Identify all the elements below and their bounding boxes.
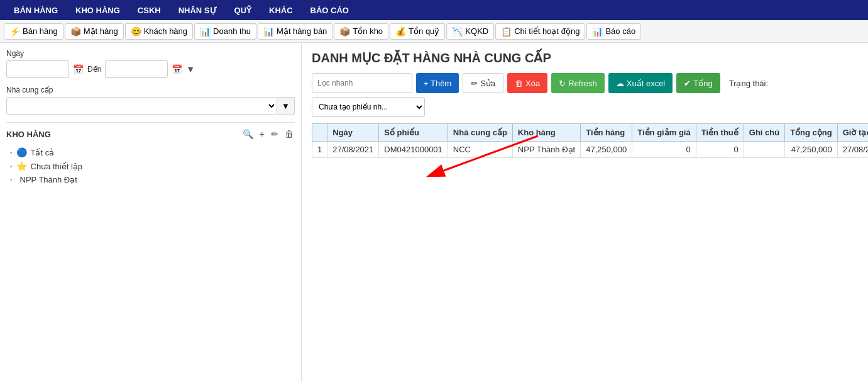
date-row: 📅 Đến 📅 ▼ [6, 60, 295, 78]
den-label: Đến [87, 65, 101, 74]
xoa-button[interactable]: 🗑 Xóa [507, 73, 547, 93]
them-button[interactable]: + Thêm [416, 73, 459, 93]
chart-icon: 📊 [200, 26, 211, 37]
smiley-icon: 😊 [131, 26, 141, 37]
trang-thai-select[interactable]: Chưa tạo phiếu nh... [312, 97, 425, 117]
cell-kho-hang: NPP Thành Đạt [512, 142, 580, 158]
toolbar-khach-hang-label: Khách hàng [144, 26, 187, 36]
cell-ghi-chu [744, 142, 784, 158]
table-body: 1 27/08/2021 DM0421000001 NCC NPP Thành … [312, 142, 869, 158]
toolbar: ⚡ Bán hàng 📦 Mặt hàng 😊 Khách hàng 📊 Doa… [0, 20, 868, 43]
kho-delete-btn[interactable]: 🗑 [283, 128, 295, 140]
nav-cskh[interactable]: CSKH [129, 0, 170, 20]
toolbar-ton-kho-label: Tồn kho [353, 26, 383, 36]
cell-gio-tao: 27/08/2021 09:43 [837, 142, 868, 158]
col-header-kho-hang: Kho hàng [512, 124, 580, 142]
supplier-select[interactable] [6, 97, 277, 115]
col-header-ngay: Ngày [327, 124, 379, 142]
date-from-input[interactable] [6, 60, 69, 78]
table-container: Ngày Số phiếu Nhà cung cấp Kho hàng Tiền… [312, 123, 858, 158]
refresh-button[interactable]: ↻ Refresh [551, 73, 605, 93]
toolbar-khach-hang[interactable]: 😊 Khách hàng [125, 23, 193, 40]
tree-dot-2: • [10, 163, 13, 170]
cloud-icon: ☁ [616, 79, 624, 88]
trash-icon: 🗑 [515, 79, 523, 88]
xoa-label: Xóa [525, 79, 540, 88]
date-to-input[interactable] [105, 60, 168, 78]
toolbar-mat-hang[interactable]: 📦 Mặt hàng [65, 23, 124, 40]
sua-label: Sửa [480, 79, 495, 88]
calendar-to-icon[interactable]: 📅 [172, 64, 182, 74]
toolbar-bao-cao[interactable]: 📊 Báo cáo [586, 23, 641, 40]
nav-bao-cao[interactable]: BÁO CÁO [302, 0, 358, 20]
toolbar-mat-hang-ban[interactable]: 📊 Mặt hàng bán [258, 23, 332, 40]
refresh-icon: ↻ [559, 79, 566, 88]
kho-hang-header: KHO HÀNG 🔍 + ✏ 🗑 [6, 122, 295, 140]
toolbar-bao-cao-label: Báo cáo [605, 26, 635, 36]
pencil-icon: ✏ [471, 79, 478, 88]
graph-icon: 📉 [452, 26, 463, 37]
col-header-nha-cung-cap: Nhà cung cấp [448, 124, 512, 142]
top-navigation: BÁN HÀNG KHO HÀNG CSKH NHÂN SỰ QUỸ KHÁC … [0, 0, 868, 20]
toolbar-kqkd-label: KQKD [465, 26, 488, 36]
toolbar-mat-hang-ban-label: Mặt hàng bán [277, 26, 327, 36]
filter-input[interactable] [312, 73, 412, 93]
tong-button[interactable]: ✔ Tổng [676, 73, 720, 93]
col-header-tong-cong: Tổng cộng [785, 124, 838, 142]
toolbar-ton-quy[interactable]: 💰 Tồn quỹ [390, 23, 445, 40]
calendar-from-icon[interactable]: 📅 [73, 64, 84, 74]
col-header-tien-giam-gia: Tiền giảm giá [632, 124, 696, 142]
col-header-ghi-chu: Ghi chú [744, 124, 784, 142]
cell-tien-giam-gia: 0 [632, 142, 696, 158]
refresh-label: Refresh [568, 79, 597, 88]
xuat-excel-button[interactable]: ☁ Xuất excel [608, 73, 673, 93]
tree-item-npp-thanh-dat[interactable]: • NPP Thành Đạt [6, 173, 295, 186]
cell-so-phieu: DM0421000001 [379, 142, 448, 158]
col-header-num [312, 124, 327, 142]
nav-quy[interactable]: QUỸ [226, 0, 261, 20]
data-table: Ngày Số phiếu Nhà cung cấp Kho hàng Tiền… [312, 123, 868, 158]
toolbar-doanh-thu[interactable]: 📊 Doanh thu [194, 23, 256, 40]
kho-hang-title: KHO HÀNG [6, 130, 51, 139]
toolbar-kqkd[interactable]: 📉 KQKD [446, 23, 494, 40]
toolbar-doanh-thu-label: Doanh thu [213, 26, 251, 36]
kho-edit-btn[interactable]: ✏ [270, 128, 280, 140]
toolbar-mat-hang-label: Mặt hàng [84, 26, 118, 36]
report-icon: 📊 [592, 26, 603, 37]
content-area: DANH MỤC ĐẶT HÀNG NHÀ CUNG CẤP + Thêm ✏ … [302, 43, 868, 382]
supplier-dropdown-btn[interactable]: ▼ [277, 97, 295, 115]
table-row[interactable]: 1 27/08/2021 DM0421000001 NCC NPP Thành … [312, 142, 869, 158]
nav-nhan-su[interactable]: NHÂN SỰ [170, 0, 226, 20]
trang-thai-label: Trạng thái: [729, 79, 768, 88]
kho-search-btn[interactable]: 🔍 [241, 128, 255, 140]
col-header-tien-hang: Tiền hàng [581, 124, 632, 142]
tree-item-tat-ca[interactable]: • 🔵 Tất cả [6, 145, 295, 159]
toolbar-ban-hang-label: Bán hàng [23, 26, 58, 36]
tree-chua-thiet-lap-label: Chưa thiết lập [31, 162, 83, 171]
toolbar-chi-tiet[interactable]: 📋 Chi tiết hoạt động [495, 23, 585, 40]
date-arrow-btn[interactable]: ▼ [186, 64, 195, 74]
col-header-tien-thue: Tiền thuế [696, 124, 744, 142]
tree-dot-1: • [10, 149, 13, 156]
toolbar-ban-hang[interactable]: ⚡ Bán hàng [4, 23, 63, 40]
nav-kho-hang[interactable]: KHO HÀNG [67, 0, 129, 20]
supplier-select-row: ▼ [6, 97, 295, 115]
col-header-so-phieu: Số phiếu [379, 124, 448, 142]
nav-khac[interactable]: KHÁC [260, 0, 302, 20]
action-bar: + Thêm ✏ Sửa 🗑 Xóa ↻ Refresh ☁ Xuất exce… [312, 73, 858, 117]
xuat-excel-label: Xuất excel [627, 79, 665, 88]
toolbar-ton-kho[interactable]: 📦 Tồn kho [334, 23, 388, 40]
cell-tong-cong: 47,250,000 [785, 142, 838, 158]
page-title: DANH MỤC ĐẶT HÀNG NHÀ CUNG CẤP [312, 50, 858, 65]
tree-dot-3: • [10, 176, 13, 183]
cell-num: 1 [312, 142, 327, 158]
tong-label: Tổng [693, 79, 712, 88]
nav-ban-hang[interactable]: BÁN HÀNG [5, 0, 67, 20]
sua-button[interactable]: ✏ Sửa [463, 73, 503, 93]
sidebar: Ngày 📅 Đến 📅 ▼ Nhà cung cấp ▼ KHO HÀNG 🔍… [0, 43, 302, 382]
tree-item-chua-thiet-lap[interactable]: • ⭐ Chưa thiết lập [6, 159, 295, 173]
table-header: Ngày Số phiếu Nhà cung cấp Kho hàng Tiền… [312, 124, 869, 142]
toolbar-chi-tiet-label: Chi tiết hoạt động [514, 26, 580, 36]
toolbar-ton-quy-label: Tồn quỹ [409, 26, 439, 36]
kho-add-btn[interactable]: + [258, 128, 266, 140]
